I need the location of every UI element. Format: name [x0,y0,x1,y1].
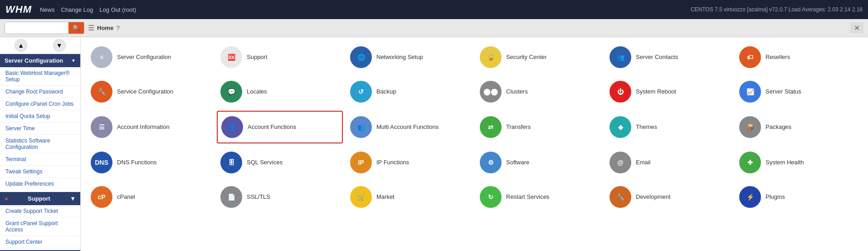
locales-icon: 💬 [220,81,242,103]
search-input[interactable] [5,23,68,33]
tile-networking-setup[interactable]: 🌐Networking Setup [346,42,473,73]
sidebar-item-server-time[interactable]: Server Time [0,123,80,135]
backup-icon: ↺ [350,81,372,103]
nav-logout[interactable]: Log Out (root) [99,6,136,13]
home-link[interactable]: Home [97,25,113,31]
account-information-icon: ☰ [91,116,112,138]
tile-packages[interactable]: 📦Packages [736,111,862,143]
sidebar-item-terminal[interactable]: Terminal [0,153,80,166]
server-configuration-icon: ≡ [91,46,112,68]
themes-icon: ◆ [610,116,631,138]
server-contacts-icon: 👥 [610,46,631,68]
sidebar-up-btn[interactable]: ▲ [15,39,27,52]
sidebar-support-icon: ● [5,195,8,202]
tile-service-configuration[interactable]: 🔧Service Configuration [87,76,213,107]
sidebar: ▲ ▼ Server Configuration ▼ Basic WebHost… [0,37,81,251]
account-functions-label: Account Functions [248,123,296,131]
menu-icon[interactable]: ☰ [88,24,94,32]
packages-label: Packages [766,123,791,131]
sidebar-down-btn[interactable]: ▼ [53,39,66,52]
sidebar-item-tweak-settings[interactable]: Tweak Settings [0,166,80,178]
multi-account-functions-icon: 👥 [350,116,372,138]
tile-transfers[interactable]: ⇄Transfers [476,111,602,143]
sidebar-item-basic-webhost[interactable]: Basic WebHost Manager® Setup [0,67,80,86]
sql-services-label: SQL Services [247,159,283,167]
sidebar-server-config-header[interactable]: Server Configuration ▼ [0,54,80,67]
close-icon[interactable]: ✕ [850,22,863,34]
tile-sql-services[interactable]: 🗄SQL Services [217,147,343,178]
sidebar-item-change-root[interactable]: Change Root Password [0,86,80,98]
tile-server-status[interactable]: 📈Server Status [736,76,862,107]
tile-cpanel[interactable]: cPcPanel [87,182,213,212]
tile-system-reboot[interactable]: ⏻System Reboot [606,76,732,107]
security-center-label: Security Center [506,54,547,61]
clusters-icon: ⬤⬤ [480,81,502,103]
nav-news[interactable]: News [40,6,55,13]
ip-functions-label: IP Functions [376,159,409,167]
dns-functions-label: DNS Functions [117,159,156,167]
tile-plugins[interactable]: ⚡Plugins [736,182,862,212]
cpanel-icon: cP [91,186,112,208]
resellers-icon: 🏷 [739,46,761,68]
tile-market[interactable]: 🛒Market [346,182,473,212]
tile-account-information[interactable]: ☰Account Information [87,111,213,143]
tile-software[interactable]: ⚙Software [476,147,602,178]
restart-services-label: Restart Services [506,193,549,201]
tile-themes[interactable]: ◆Themes [606,111,732,143]
packages-icon: 📦 [739,116,761,138]
transfers-label: Transfers [506,123,531,131]
transfers-icon: ⇄ [480,116,502,138]
development-icon: 🔧 [610,186,631,208]
tile-resellers[interactable]: 🏷Resellers [736,42,862,73]
sidebar-item-cron-jobs[interactable]: Configure cPanel Cron Jobs [0,98,80,110]
ip-functions-icon: IP [350,152,372,173]
whm-logo[interactable]: WHM [5,4,32,15]
tile-account-functions[interactable]: 👤Account Functions [217,111,343,143]
server-status-label: Server Status [766,88,801,96]
sidebar-item-grant-access[interactable]: Grant cPanel Support Access [0,217,80,236]
tile-support[interactable]: 🆘Support [217,42,343,73]
software-icon: ⚙ [480,152,502,173]
account-functions-icon: 👤 [221,116,243,138]
content-area: ≡Server Configuration🆘Support🌐Networking… [81,37,868,251]
help-icon[interactable]: ? [116,25,120,32]
tile-server-contacts[interactable]: 👥Server Contacts [606,42,732,73]
sidebar-server-config-label: Server Configuration [5,57,63,64]
topbar-sysinfo: CENTOS 7.5 virtuozzo [azalma] v72.0.7 Lo… [691,6,863,13]
tile-system-health[interactable]: ✚System Health [736,147,862,178]
dns-functions-icon: DNS [91,152,112,173]
tile-clusters[interactable]: ⬤⬤Clusters [476,76,602,107]
sidebar-item-initial-quota[interactable]: Initial Quota Setup [0,110,80,123]
backup-label: Backup [376,88,396,96]
tile-backup[interactable]: ↺Backup [346,76,473,107]
system-health-icon: ✚ [739,152,761,173]
tile-restart-services[interactable]: ↻Restart Services [476,182,602,212]
tile-development[interactable]: 🔧Development [606,182,732,212]
server-configuration-label: Server Configuration [117,54,171,61]
market-label: Market [376,193,395,201]
tile-security-center[interactable]: 🔒Security Center [476,42,602,73]
market-icon: 🛒 [350,186,372,208]
sidebar-item-support-center[interactable]: Support Center [0,236,80,248]
networking-setup-label: Networking Setup [376,54,423,61]
plugins-icon: ⚡ [739,186,761,208]
locales-label: Locales [247,88,267,96]
tile-ip-functions[interactable]: IPIP Functions [346,147,473,178]
nav-changelog[interactable]: Change Log [61,6,93,13]
security-center-icon: 🔒 [480,46,502,68]
sidebar-item-stats-software[interactable]: Statistics Software Configuration [0,135,80,153]
search-button[interactable]: 🔍 [68,22,84,34]
tile-email[interactable]: @Email [606,147,732,178]
sidebar-item-create-ticket[interactable]: Create Support Ticket [0,205,80,217]
topbar-nav: News Change Log Log Out (root) [40,6,136,13]
sidebar-support-header[interactable]: ● Support ▼ [0,192,80,205]
tile-multi-account-functions[interactable]: 👥Multi Account Functions [346,111,473,143]
cpanel-label: cPanel [117,193,135,201]
email-icon: @ [610,152,631,173]
tile-server-configuration[interactable]: ≡Server Configuration [87,42,213,73]
tile-dns-functions[interactable]: DNSDNS Functions [87,147,213,178]
sidebar-item-update-prefs[interactable]: Update Preferences [0,178,80,190]
tile-locales[interactable]: 💬Locales [217,76,343,107]
tile-ssl/tls[interactable]: 📄SSL/TLS [217,182,343,212]
account-information-label: Account Information [117,123,170,131]
